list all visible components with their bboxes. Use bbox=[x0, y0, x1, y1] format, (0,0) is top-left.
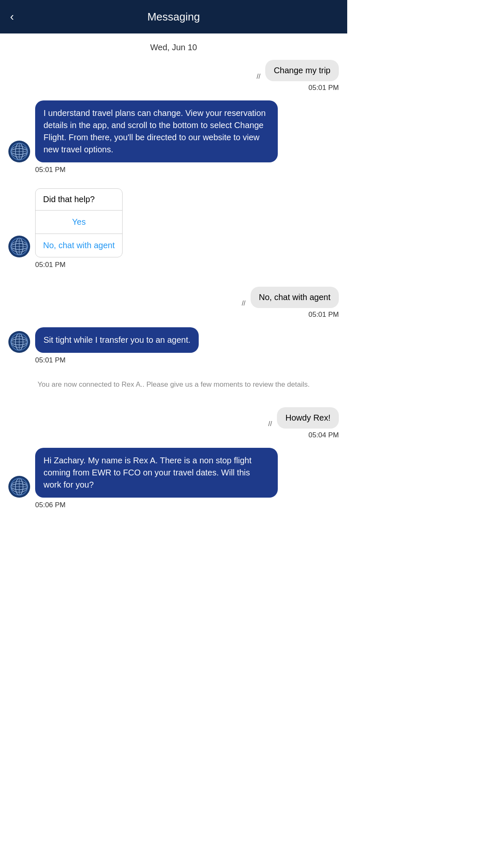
message-time: 05:01 PM bbox=[35, 166, 66, 174]
header-title: Messaging bbox=[10, 10, 337, 23]
message-time: 05:01 PM bbox=[308, 311, 339, 319]
read-receipt: // bbox=[268, 420, 272, 428]
message-text: Hi Zachary. My name is Rex A. There is a… bbox=[44, 456, 251, 489]
message-row: // Howdy Rex! 05:04 PM bbox=[8, 407, 339, 439]
message-text: No, chat with agent bbox=[259, 293, 330, 302]
card-option-no-chat[interactable]: No, chat with agent bbox=[36, 234, 122, 257]
user-bubble: No, chat with agent bbox=[251, 287, 339, 308]
card-question: Did that help? bbox=[36, 189, 122, 211]
bot-avatar bbox=[8, 236, 30, 257]
message-time: 05:01 PM bbox=[308, 84, 339, 92]
message-time: 05:01 PM bbox=[35, 261, 66, 269]
bot-card-bubble: Did that help? Yes No, chat with agent bbox=[35, 188, 123, 257]
back-button[interactable]: ‹ bbox=[10, 10, 14, 23]
message-text: Howdy Rex! bbox=[285, 413, 330, 422]
bot-avatar bbox=[8, 141, 30, 162]
bot-avatar bbox=[8, 331, 30, 353]
message-text: Change my trip bbox=[274, 66, 330, 75]
globe-icon bbox=[10, 142, 28, 161]
message-row: Sit tight while I transfer you to an age… bbox=[8, 327, 339, 365]
message-row: // No, chat with agent 05:01 PM bbox=[8, 287, 339, 319]
card-option-yes[interactable]: Yes bbox=[36, 211, 122, 234]
user-bubble: Howdy Rex! bbox=[277, 407, 339, 429]
bot-bubble: I understand travel plans can change. Vi… bbox=[35, 100, 278, 162]
message-time: 05:01 PM bbox=[35, 356, 66, 365]
bot-avatar bbox=[8, 476, 30, 498]
message-time: 05:06 PM bbox=[35, 501, 66, 509]
globe-icon bbox=[10, 478, 28, 496]
bot-bubble: Sit tight while I transfer you to an age… bbox=[35, 327, 199, 353]
message-row: // Change my trip 05:01 PM bbox=[8, 60, 339, 92]
messages-container: // Change my trip 05:01 PM bbox=[0, 60, 347, 527]
globe-icon bbox=[10, 237, 28, 256]
date-separator: Wed, Jun 10 bbox=[0, 33, 347, 60]
bot-bubble: Hi Zachary. My name is Rex A. There is a… bbox=[35, 448, 278, 498]
message-time: 05:04 PM bbox=[308, 431, 339, 439]
system-message: You are now connected to Rex A.. Please … bbox=[8, 374, 339, 395]
message-row: Did that help? Yes No, chat with agent 0… bbox=[8, 188, 339, 269]
header: ‹ Messaging bbox=[0, 0, 347, 33]
message-row: Hi Zachary. My name is Rex A. There is a… bbox=[8, 448, 339, 509]
message-text: Sit tight while I transfer you to an age… bbox=[44, 335, 190, 344]
message-text: I understand travel plans can change. Vi… bbox=[44, 108, 266, 154]
user-bubble: Change my trip bbox=[265, 60, 339, 81]
message-row: I understand travel plans can change. Vi… bbox=[8, 100, 339, 174]
globe-icon bbox=[10, 333, 28, 351]
read-receipt: // bbox=[242, 300, 246, 307]
read-receipt: // bbox=[256, 73, 260, 80]
